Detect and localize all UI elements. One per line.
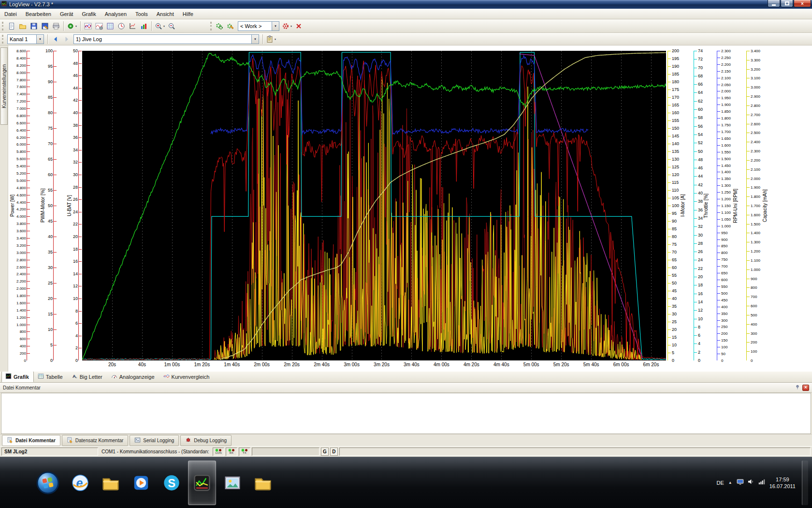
start-button[interactable]	[32, 461, 64, 505]
channel-selector[interactable]: Kanal 1▼	[7, 34, 44, 44]
new-file-button[interactable]	[6, 21, 17, 31]
menu-grafik[interactable]: Grafik	[77, 10, 100, 18]
close-button[interactable]: ×	[794, 0, 811, 7]
toolbar-grip[interactable]	[2, 35, 3, 44]
next-dataset-button[interactable]	[61, 34, 72, 45]
curves-button[interactable]	[83, 21, 94, 31]
zoom-out-button[interactable]	[166, 21, 177, 31]
open-file-button[interactable]	[17, 21, 28, 31]
curve-settings-button[interactable]	[94, 21, 105, 31]
tab-analoganzeige[interactable]: Analoganzeige	[107, 371, 160, 382]
statistic-button[interactable]	[138, 21, 149, 31]
comment-input[interactable]	[1, 393, 811, 434]
chevron-down-icon[interactable]: ▼	[36, 35, 44, 44]
taskbar-documents[interactable]	[249, 461, 277, 505]
axis-tick-label: 16	[698, 292, 703, 296]
tab-debug-logging[interactable]: Debug Logging	[180, 435, 232, 446]
axes-button[interactable]	[127, 21, 138, 31]
language-indicator[interactable]: DE	[717, 480, 724, 486]
titlebar[interactable]: LogView - V2.7.3 * ×	[0, 0, 812, 9]
tray-network-icon[interactable]	[758, 478, 765, 487]
prev-dataset-button[interactable]	[50, 34, 61, 45]
save-button[interactable]	[28, 21, 39, 31]
chevron-down-icon[interactable]: ▼	[163, 25, 165, 28]
chevron-down-icon[interactable]: ▼	[290, 25, 292, 28]
profile-edit-button[interactable]	[225, 21, 236, 31]
save-as-button[interactable]	[39, 21, 50, 31]
tray-overflow-arrow[interactable]: ▲	[728, 480, 732, 485]
taskbar-clock[interactable]: 17:59 16.07.2011	[769, 476, 796, 490]
maximize-button[interactable]	[781, 0, 793, 7]
work-selector[interactable]: < Work >▼	[238, 21, 279, 31]
copy-graph-button[interactable]: ▼	[265, 34, 277, 45]
comment-close-button[interactable]: ×	[802, 385, 809, 391]
plot-area[interactable]	[82, 51, 666, 360]
menu-hilfe[interactable]: Hilfe	[178, 10, 198, 18]
taskbar-photo-viewer[interactable]	[218, 461, 246, 505]
time-scale-button[interactable]	[116, 21, 127, 31]
menu-bearbeiten[interactable]: Bearbeiten	[21, 10, 56, 18]
axis-tick-label: 50	[721, 352, 725, 356]
axis-tick-label: 1.400	[751, 231, 760, 235]
axis-tick-label: 160	[672, 111, 679, 115]
tab-tabelle[interactable]: Tabelle	[34, 371, 68, 382]
taskbar-media-player[interactable]	[127, 461, 155, 505]
tab-serial-logging[interactable]: Serial Logging	[130, 435, 179, 446]
print-button[interactable]	[50, 21, 61, 31]
axis-tick-label: 600	[20, 337, 26, 341]
taskbar-explorer[interactable]	[97, 461, 125, 505]
menu-ansicht[interactable]: Ansicht	[152, 10, 178, 18]
axis-tick-label: 400	[721, 305, 727, 309]
menu-analysen[interactable]: Analysen	[101, 10, 131, 18]
log-selector[interactable]: 1) Jive Log▼	[73, 34, 259, 44]
device-settings-button[interactable]: ▼	[281, 21, 293, 31]
axis-tick-label: 7.800	[16, 78, 26, 82]
minimize-button[interactable]	[768, 0, 780, 7]
side-panel-strip: Kurveneinstellungen	[0, 45, 8, 372]
axis-ruler	[667, 51, 671, 360]
x-tick-label: 4m 40s	[493, 362, 509, 367]
menu-datei[interactable]: Datei	[0, 10, 21, 18]
axis-tick-label: 50	[73, 49, 78, 53]
led-tx: TX	[239, 448, 250, 456]
chart-canvas[interactable]	[82, 51, 666, 360]
axis-tick-label: 1.800	[721, 116, 731, 120]
axis-tick-label: 60	[48, 173, 53, 177]
tray-display-icon[interactable]	[737, 478, 744, 487]
menu-ger-t[interactable]: Gerät	[56, 10, 78, 18]
axis-tick-label: 26	[73, 197, 78, 202]
taskbar-skype[interactable]: S	[158, 461, 186, 505]
taskbar-logview[interactable]	[188, 461, 216, 505]
show-desktop-button[interactable]	[802, 461, 808, 505]
toolbar-separator	[47, 34, 48, 44]
tab-grafik[interactable]: Grafik	[1, 371, 34, 382]
zoom-in-button[interactable]: ▼	[154, 21, 166, 31]
chevron-down-icon[interactable]: ▼	[75, 25, 77, 28]
chevron-down-icon[interactable]: ▼	[272, 22, 279, 30]
tab-datei-kommentar[interactable]: Datei Kommentar	[2, 435, 60, 446]
grid-button[interactable]	[105, 21, 116, 31]
axis-i-motor-a: 0510152025303540455055606570758085909510…	[667, 51, 686, 360]
menu-tools[interactable]: Tools	[131, 10, 152, 18]
toolbar-grip[interactable]	[2, 22, 3, 30]
tab-datensatz-kommentar[interactable]: Datensatz Kommentar	[62, 435, 129, 446]
record-log-button[interactable]: ▼	[66, 21, 78, 31]
tab-kurvenvergleich[interactable]: Kurvenvergleich	[160, 371, 215, 382]
tab-big-letter[interactable]: AaBig Letter	[68, 371, 107, 382]
curve-settings-tab[interactable]: Kurveneinstellungen	[0, 47, 8, 125]
clock-time: 17:59	[776, 476, 789, 483]
close-red-button[interactable]	[293, 21, 304, 31]
chevron-down-icon[interactable]: ▼	[251, 35, 259, 44]
axis-tick-label: 5.400	[16, 164, 26, 168]
axis-tick-label: 20	[48, 297, 53, 301]
axis-tick-label: 72	[698, 57, 703, 61]
axis-tick-label: 900	[721, 238, 727, 242]
taskbar-internet-explorer[interactable]: e	[66, 461, 94, 505]
tray-volume-icon[interactable]	[747, 478, 754, 487]
axis-tick-label: 900	[751, 277, 757, 281]
pin-icon[interactable]	[795, 384, 800, 391]
axis-tick-label: 800	[20, 329, 26, 334]
chevron-down-icon[interactable]: ▼	[274, 38, 276, 41]
toolbar-grip[interactable]	[210, 22, 212, 30]
sync-device-button[interactable]	[214, 21, 225, 31]
